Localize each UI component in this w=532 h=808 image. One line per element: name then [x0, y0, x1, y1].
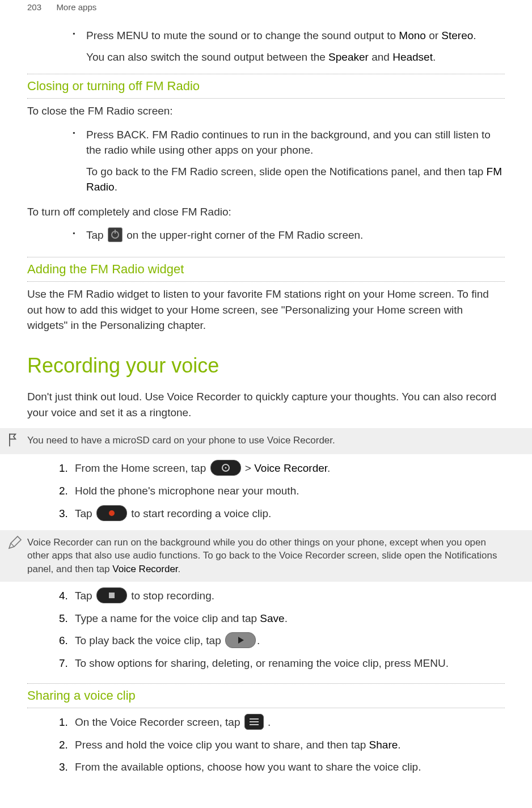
text: . — [473, 29, 476, 41]
closing-bullets-1: Press BACK. FM Radio continues to run in… — [27, 127, 505, 195]
text: . — [257, 634, 260, 646]
divider — [27, 708, 505, 708]
note-text: You need to have a microSD card on your … — [27, 435, 335, 446]
apps-icon — [210, 460, 241, 476]
text: . — [327, 462, 330, 474]
text: To play back the voice clip, tap — [75, 634, 224, 646]
headset-label: Headset — [392, 51, 433, 63]
bullet-speaker-headset: You can also switch the sound output bet… — [73, 49, 505, 65]
record-icon — [96, 505, 127, 521]
text: Tap — [75, 507, 95, 519]
step-2: Hold the phone's microphone near your mo… — [59, 483, 505, 499]
text: From the Home screen, tap — [75, 462, 209, 474]
note-background: Voice Recorder can run on the background… — [0, 530, 532, 582]
text: On the Voice Recorder screen, tap — [75, 716, 243, 728]
text: Press MENU to mute the sound or to chang… — [86, 29, 399, 41]
text: to start recording a voice clip. — [128, 507, 271, 519]
step-3: Tap to start recording a voice clip. — [59, 505, 505, 522]
divider — [27, 683, 505, 684]
share-label: Share — [369, 739, 398, 751]
page-number: 203 — [27, 2, 41, 12]
fm-widget-body: Use the FM Radio widget to listen to you… — [27, 286, 505, 333]
stop-icon — [96, 587, 127, 603]
share-step-3: From the available options, choose how y… — [59, 759, 505, 775]
text: . — [178, 564, 181, 574]
closing-bullets-2: Tap on the upper-right corner of the FM … — [27, 227, 505, 243]
sharing-steps: On the Voice Recorder screen, tap . Pres… — [27, 714, 505, 776]
text: Tap — [75, 590, 95, 602]
text: To go back to the FM Radio screen, slide… — [86, 166, 487, 177]
pencil-icon — [7, 535, 22, 552]
text: . — [433, 51, 436, 63]
text: . — [115, 181, 117, 193]
step-7: To show options for sharing, deleting, o… — [59, 655, 505, 671]
mono-label: Mono — [399, 29, 426, 41]
text: Type a name for the voice clip and tap — [75, 612, 260, 624]
text: on the upper-right corner of the FM Radi… — [124, 229, 363, 241]
text: Press and hold the voice clip you want t… — [75, 739, 369, 751]
divider — [27, 257, 505, 257]
voice-recorder-label: Voice Recorder — [112, 564, 178, 574]
share-step-1: On the Voice Recorder screen, tap . — [59, 714, 505, 731]
bullet-tap-power: Tap on the upper-right corner of the FM … — [73, 227, 505, 243]
step-6: To play back the voice clip, tap . — [59, 632, 505, 649]
subhead-sharing-clip: Sharing a voice clip — [27, 688, 505, 703]
speaker-label: Speaker — [328, 51, 369, 63]
closing-intro: To close the FM Radio screen: — [27, 103, 505, 119]
recording-steps-a: From the Home screen, tap > Voice Record… — [27, 460, 505, 522]
text: . — [398, 739, 400, 751]
text: > — [242, 462, 255, 474]
divider — [27, 74, 505, 74]
manual-page: 203 More apps Press MENU to mute the sou… — [0, 0, 532, 808]
play-icon — [225, 632, 256, 648]
step-5: Type a name for the voice clip and tap S… — [59, 610, 505, 627]
text: or — [426, 29, 441, 41]
share-step-2: Press and hold the voice clip you want t… — [59, 737, 505, 753]
recording-steps-b: Tap to stop recording. Type a name for t… — [27, 587, 505, 672]
step-4: Tap to stop recording. — [59, 587, 505, 604]
step-1: From the Home screen, tap > Voice Record… — [59, 460, 505, 477]
fm-sound-bullets: Press MENU to mute the sound or to chang… — [27, 28, 505, 65]
power-icon — [108, 227, 123, 242]
text: and — [369, 51, 392, 63]
closing-intro-2: To turn off completely and close FM Radi… — [27, 204, 505, 220]
save-label: Save — [260, 612, 284, 624]
subhead-fm-widget: Adding the FM Radio widget — [27, 262, 505, 277]
page-header: 203 More apps — [27, 0, 505, 12]
subhead-closing-fm: Closing or turning off FM Radio — [27, 79, 505, 94]
voice-recorder-label: Voice Recorder — [254, 462, 327, 474]
note-microsd: You need to have a microSD card on your … — [0, 428, 532, 454]
note-text: Voice Recorder can run on the background… — [27, 537, 497, 575]
bullet-press-back: Press BACK. FM Radio continues to run in… — [73, 127, 505, 158]
text: to stop recording. — [128, 590, 214, 602]
heading-recording-voice: Recording your voice — [27, 354, 505, 378]
menu-icon — [244, 714, 264, 730]
text: Tap — [86, 229, 107, 241]
recording-intro: Don't just think out loud. Use Voice Rec… — [27, 389, 505, 420]
text: You can also switch the sound output bet… — [86, 51, 328, 63]
text: . — [265, 716, 271, 728]
flag-icon — [7, 433, 22, 450]
divider — [27, 98, 505, 99]
divider — [27, 281, 505, 282]
section-name: More apps — [56, 2, 96, 12]
bullet-mono-stereo: Press MENU to mute the sound or to chang… — [73, 28, 505, 44]
bullet-follow-notifications: To go back to the FM Radio screen, slide… — [73, 164, 505, 195]
text: . — [285, 612, 288, 624]
stereo-label: Stereo — [441, 29, 473, 41]
